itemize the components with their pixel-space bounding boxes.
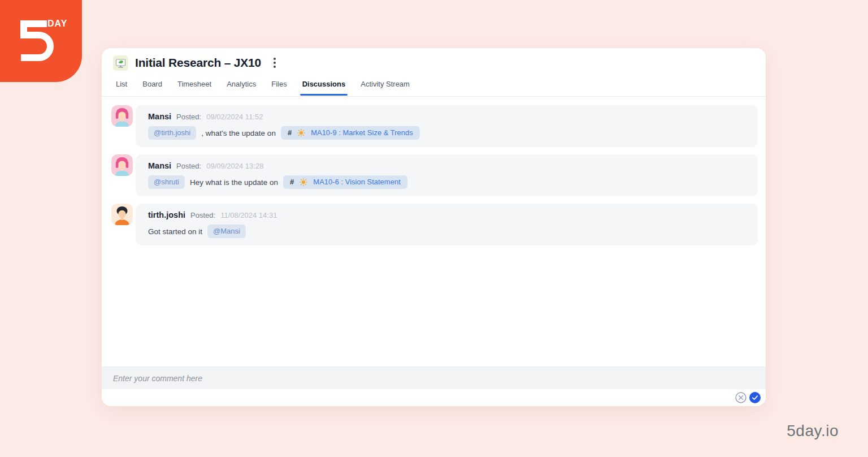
posted-timestamp: 11/08/2024 14:31 <box>220 211 277 219</box>
avatar-mansi <box>111 105 133 127</box>
tab-board[interactable]: Board <box>142 77 162 95</box>
priority-sun-icon <box>300 178 307 186</box>
message-text: Got started on it <box>148 227 202 236</box>
tab-files[interactable]: Files <box>271 77 287 95</box>
message-header: tirth.joshi Posted: 11/08/2024 14:31 <box>148 210 745 219</box>
message-body: @shruti Hey what is the update on # <box>148 175 745 189</box>
task-link-chip[interactable]: # MA10-9 : Market Size & Trends <box>281 126 420 140</box>
mention-chip[interactable]: @tirth.joshi <box>148 126 196 140</box>
cancel-comment-button[interactable] <box>735 392 747 403</box>
tab-bar: List Board Timesheet Analytics Files Dis… <box>102 77 766 97</box>
panel-header: Initial Research – JX10 <box>102 48 766 77</box>
message-author: Mansi <box>148 112 171 121</box>
brand-5day-icon: DAY <box>0 0 82 82</box>
discussion-list: Mansi Posted: 09/02/2024 11:52 @tirth.jo… <box>102 97 766 367</box>
comment-input[interactable] <box>113 374 754 383</box>
brand-watermark: 5day.io <box>787 422 839 440</box>
message-text: Hey what is the update on <box>190 178 278 187</box>
comment-composer <box>102 367 766 389</box>
message-header: Mansi Posted: 09/02/2024 11:52 <box>148 112 745 121</box>
task-link-label: MA10-9 : Market Size & Trends <box>311 128 413 137</box>
posted-timestamp: 09/02/2024 11:52 <box>206 113 263 121</box>
project-icon <box>113 55 128 71</box>
check-icon <box>749 392 761 403</box>
app-background: { "logo": { "digit": "5", "text": "DAY" … <box>0 0 868 457</box>
posted-label: Posted: <box>176 162 201 170</box>
posted-label: Posted: <box>190 211 215 219</box>
tab-analytics[interactable]: Analytics <box>227 77 256 95</box>
composer-actions <box>102 389 766 406</box>
project-panel: Initial Research – JX10 List Board Times… <box>102 48 766 406</box>
tab-list[interactable]: List <box>116 77 127 95</box>
svg-text:DAY: DAY <box>47 19 67 28</box>
message-card: Mansi Posted: 09/02/2024 11:52 @tirth.jo… <box>136 105 758 147</box>
task-link-label: MA10-6 : Vision Statement <box>313 178 400 187</box>
mention-chip[interactable]: @shruti <box>148 175 185 189</box>
message-card: tirth.joshi Posted: 11/08/2024 14:31 Got… <box>136 204 758 245</box>
avatar-tirth-joshi <box>111 204 133 225</box>
discussion-message: Mansi Posted: 09/02/2024 11:52 @tirth.jo… <box>111 105 758 147</box>
message-author: Mansi <box>148 161 171 170</box>
priority-sun-icon <box>297 129 305 137</box>
message-card: Mansi Posted: 09/09/2024 13:28 @shruti H… <box>136 154 758 196</box>
task-link-chip[interactable]: # MA10-6 : Vision Statement <box>283 175 407 189</box>
tab-activity-stream[interactable]: Activity Stream <box>361 77 410 95</box>
hash-icon: # <box>288 128 292 137</box>
message-body: @tirth.joshi , what's the update on # <box>148 126 745 140</box>
message-text: , what's the update on <box>201 129 276 137</box>
posted-timestamp: 09/09/2024 13:28 <box>206 162 263 170</box>
discussion-message: tirth.joshi Posted: 11/08/2024 14:31 Got… <box>111 204 758 245</box>
message-header: Mansi Posted: 09/09/2024 13:28 <box>148 161 745 170</box>
tab-discussions[interactable]: Discussions <box>302 77 346 95</box>
hash-icon: # <box>290 178 294 187</box>
tab-timesheet[interactable]: Timesheet <box>177 77 211 95</box>
submit-comment-button[interactable] <box>749 392 761 403</box>
message-body: Got started on it @Mansi <box>148 225 745 238</box>
close-icon <box>735 392 747 403</box>
mention-chip[interactable]: @Mansi <box>207 225 246 238</box>
discussion-message: Mansi Posted: 09/09/2024 13:28 @shruti H… <box>111 154 758 196</box>
posted-label: Posted: <box>176 113 201 121</box>
brand-logo: DAY <box>0 0 82 82</box>
more-options-icon[interactable] <box>271 55 278 70</box>
message-author: tirth.joshi <box>148 210 185 219</box>
page-title: Initial Research – JX10 <box>135 56 261 70</box>
avatar-mansi <box>111 154 133 176</box>
